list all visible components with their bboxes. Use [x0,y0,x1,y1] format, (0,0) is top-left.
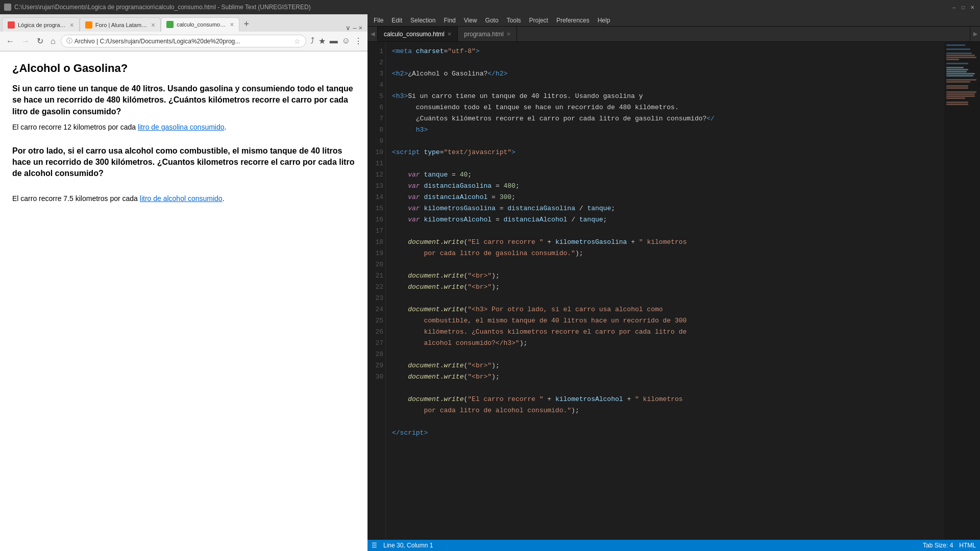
code-line-11 [392,158,940,169]
editor-pane: File Edit Selection Find View Goto Tools… [368,14,980,551]
code-line-2 [392,57,940,68]
back-button[interactable]: ← [4,36,16,47]
code-line-10: <script type="text/javascript"> [392,147,940,158]
status-branch: ☰ [372,542,377,549]
extensions-icon[interactable]: ▬ [329,35,339,47]
home-button[interactable]: ⌂ [48,36,58,47]
section-alcohol-heading: Por otro lado, si el carro usa alcohol c… [12,145,355,180]
tab-close-1[interactable]: × [70,21,74,29]
code-line-26: kilómetros. ¿Cuantos kilometros recorre … [392,327,940,338]
code-line-25: combustible, el mismo tanque de 40 litro… [392,315,940,327]
code-line-21: document.write("<br>"); [392,270,940,282]
editor-tab-calculo[interactable]: calculo_consumo.html × [378,27,458,41]
tab-close-icon[interactable]: × [358,24,362,32]
code-line-36 [392,439,940,450]
profile-icon[interactable]: ☺ [341,35,351,47]
code-line-20 [392,259,940,270]
code-line-34 [392,416,940,428]
browser-tab-1[interactable]: Lógica de progra… × [2,17,80,32]
panel-left-arrow[interactable]: ◀ [368,27,378,41]
toolbar-icons: ⤴ ★ ▬ ☺ ⋮ [309,35,363,47]
code-line-6: consumiendo todo el tanque se hace un re… [392,102,940,113]
status-tab-size: Tab Size: 4 [923,542,953,549]
maximize-button[interactable]: □ [960,4,967,11]
menu-preferences[interactable]: Preferences [552,16,594,25]
window-title: C:\Users\rujan\Documents\Logica de progr… [14,4,311,11]
code-line-19: por cada litro de gasolina consumido."); [392,248,940,259]
tab-label-1: Lógica de progra… [18,22,66,28]
editor-tab-programa[interactable]: programa.html × [458,27,517,41]
status-language: HTML [959,542,976,549]
code-line-32: document.write("El carro recorre " + kil… [392,394,940,405]
status-position: Line 30, Column 1 [383,542,433,549]
new-tab-button[interactable]: + [239,17,253,32]
code-line-31 [392,383,940,394]
star-icon[interactable]: ★ [317,35,327,47]
code-line-13: var distanciaGasolina = 480; [392,181,940,192]
code-line-1: <meta charset="utf-8"> [392,46,940,57]
code-line-35: </script> [392,428,940,439]
bookmark-icon[interactable]: ☆ [294,37,301,45]
menu-icon[interactable]: ⋮ [353,35,363,47]
section-alcohol: Por otro lado, si el carro usa alcohol c… [12,145,355,205]
code-line-16: var kilometrosAlcohol = distanciaAlcohol… [392,214,940,226]
editor-tab-programa-close[interactable]: × [507,30,511,38]
menu-view[interactable]: View [460,16,481,25]
code-line-33: por cada litro de alcohol consumido."); [392,405,940,416]
tab-favicon-1 [8,21,15,29]
tab-favicon-2 [85,21,92,29]
menu-goto[interactable]: Goto [481,16,503,25]
minimize-button[interactable]: – [950,4,958,11]
address-bar[interactable]: ⓘ Archivo | C:/Users/rujan/Documents/Log… [61,35,306,47]
tab-restore-icon[interactable]: – [353,24,356,32]
menu-tools[interactable]: Tools [503,16,525,25]
code-line-22: document.write("<br>"); [392,282,940,293]
tab-minimize-icon[interactable]: ∨ [346,24,351,32]
code-editor[interactable]: <meta charset="utf-8"> <h2>¿Alcohol o Ga… [386,42,944,540]
menu-project[interactable]: Project [525,16,552,25]
section-alcohol-result: El carro recorre 7.5 kilometros por cada… [12,193,355,204]
browser-toolbar: ← → ↻ ⌂ ⓘ Archivo | C:/Users/rujan/Docum… [0,32,368,51]
browser-tab-2[interactable]: Foro | Alura Latam… × [80,17,161,32]
window-controls[interactable]: – □ ✕ [950,4,976,11]
tab-close-3[interactable]: × [230,20,234,29]
code-line-38 [392,461,940,472]
sublime-icon [4,4,11,11]
code-line-30: document.write("<br>"); [392,371,940,383]
editor-tab-calculo-label: calculo_consumo.html [384,31,445,38]
code-line-18: document.write("El carro recorre " + kil… [392,237,940,248]
editor-tab-calculo-close[interactable]: × [448,30,452,38]
editor-window-titlebar: C:\Users\rujan\Documents\Logica de progr… [0,0,980,14]
editor-menu-bar: File Edit Selection Find View Goto Tools… [368,14,980,27]
code-line-23 [392,293,940,304]
close-button[interactable]: ✕ [969,4,976,11]
menu-help[interactable]: Help [594,16,615,25]
editor-area: 1 2 3 4 5 6 7 8 9 10 11 12 13 14 15 16 1… [368,42,980,540]
gasolina-link[interactable]: litro de gasolina consumido [138,123,225,131]
minimap [944,42,980,540]
menu-find[interactable]: Find [439,16,459,25]
code-line-28 [392,349,940,360]
section-gasolina: Si un carro tiene un tanque de 40 litros… [12,83,355,133]
code-line-5: <h3>Si un carro tiene un tanque de 40 li… [392,91,940,102]
editor-tab-programa-label: programa.html [464,31,503,38]
tab-close-2[interactable]: × [151,21,155,29]
forward-button[interactable]: → [19,36,32,47]
browser-pane: Lógica de progra… × Foro | Alura Latam… … [0,14,368,551]
menu-edit[interactable]: Edit [387,16,406,25]
browser-chrome: Lógica de progra… × Foro | Alura Latam… … [0,14,368,52]
share-icon[interactable]: ⤴ [309,35,315,47]
browser-tab-3[interactable]: calculo_consumo… × [161,17,239,32]
reload-button[interactable]: ↻ [35,35,45,47]
panel-right-arrow[interactable]: ▶ [970,27,980,41]
menu-file[interactable]: File [370,16,387,25]
browser-content: ¿Alcohol o Gasolina? Si un carro tiene u… [0,52,368,551]
alcohol-link[interactable]: litro de alcohol consumido [140,194,223,203]
tab-label-3: calculo_consumo… [177,21,226,28]
menu-selection[interactable]: Selection [406,16,439,25]
code-line-15: var kilometrosGasolina = distanciaGasoli… [392,203,940,214]
code-line-8: h3> [392,124,940,136]
browser-tabs: Lógica de progra… × Foro | Alura Latam… … [0,14,368,32]
tab-favicon-3 [166,21,174,28]
page-title: ¿Alcohol o Gasolina? [12,62,355,75]
